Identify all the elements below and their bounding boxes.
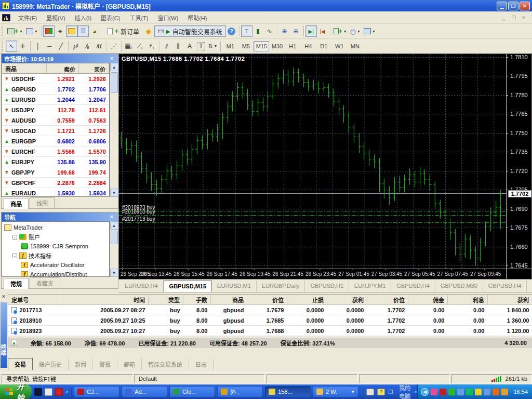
zoom-out-button[interactable]: ⊖ bbox=[290, 25, 302, 37]
tree-item[interactable]: fAccelerator Oscillator bbox=[2, 260, 109, 270]
orders-column-header[interactable]: 利息 bbox=[448, 295, 488, 305]
order-row[interactable]: 20177132005.09.27 08:27buy8.00gbpusd1.76… bbox=[8, 305, 532, 315]
timeframe-button-mn[interactable]: MN bbox=[347, 41, 363, 51]
market-watch-tab-商品[interactable]: 商品 bbox=[4, 198, 29, 209]
quick-launch-icon-2[interactable] bbox=[45, 388, 52, 396]
profiles-button[interactable]: ▼ bbox=[24, 25, 39, 37]
timeframe-button-d1[interactable]: D1 bbox=[316, 41, 331, 51]
market-watch-tab-线图[interactable]: 线图 bbox=[30, 197, 55, 208]
market-watch-row[interactable]: ▼USDJPY112.78112.81 bbox=[2, 105, 109, 115]
mdi-restore-icon[interactable]: ❐ bbox=[510, 15, 518, 20]
terminal-tab-交易[interactable]: 交易 bbox=[8, 358, 33, 370]
order-row[interactable]: 20189232005.09.27 10:27buy8.00gbpusd1.76… bbox=[8, 326, 532, 336]
periods-button[interactable]: ◷▼ bbox=[349, 25, 362, 37]
strategy-tester-button[interactable]: ◕ bbox=[89, 25, 100, 37]
text-button[interactable]: A bbox=[184, 41, 195, 52]
terminal-dock-caption[interactable]: 终端 bbox=[1, 302, 7, 368]
orders-column-header[interactable]: 价位 bbox=[247, 295, 287, 305]
scroll-up-icon[interactable]: ▲ bbox=[110, 221, 118, 230]
market-watch-scrollbar[interactable]: ▲ ▼ bbox=[110, 63, 118, 197]
mdi-close-icon[interactable]: ✕ bbox=[520, 15, 528, 20]
market-watch-row[interactable]: ▼EURCHF1.55661.5570 bbox=[2, 147, 109, 157]
chart-tab-GBPUSD-M30[interactable]: GBPUSD,M30 bbox=[435, 281, 483, 292]
cursor-button[interactable]: ↖ bbox=[6, 41, 17, 52]
tray-collapse-icon[interactable]: ◀ bbox=[421, 388, 429, 396]
chart-system-menu-icon[interactable] bbox=[2, 14, 10, 21]
new-order-button[interactable]: +新订单 bbox=[104, 25, 143, 37]
tray-icon-6[interactable] bbox=[475, 389, 482, 395]
market-watch-close-icon[interactable]: ✕ bbox=[108, 56, 115, 61]
orders-column-header[interactable]: 价位 bbox=[367, 295, 408, 305]
tree-item[interactable]: -账户 bbox=[2, 232, 109, 242]
chart-tab-GBPUSD-M15[interactable]: GBPUSD,M15 bbox=[164, 281, 212, 292]
navigator-caption[interactable]: 导航 ✕ bbox=[2, 212, 118, 221]
orders-column-header[interactable]: 类型 bbox=[149, 295, 183, 305]
tree-item[interactable]: fAccumulation/Distribut bbox=[2, 270, 109, 277]
restore-toolbar-icon[interactable]: ❐ bbox=[388, 389, 393, 395]
scroll-up-icon[interactable]: ▲ bbox=[110, 63, 118, 71]
terminal-tab-账户历史[interactable]: 账户历史 bbox=[33, 358, 69, 370]
tray-icon-4[interactable] bbox=[457, 389, 464, 395]
mdi-minimize-icon[interactable]: ▁ bbox=[500, 15, 508, 20]
candlestick-chart-button[interactable]: ▮ bbox=[252, 25, 264, 37]
crosshair-button[interactable]: ✛ bbox=[17, 41, 29, 52]
cycle-lines-button[interactable]: ⫼ bbox=[172, 41, 184, 52]
fibo-grid-button[interactable]: ▦F bbox=[123, 41, 135, 52]
orders-column-header[interactable]: 获利 bbox=[327, 295, 367, 305]
navigator-tab-收藏夹[interactable]: 收藏夹 bbox=[30, 277, 60, 288]
terminal-tab-新闻[interactable]: 新闻 bbox=[69, 358, 93, 370]
order-row[interactable]: 20189102005.09.27 10:25buy8.00gbpusd1.76… bbox=[8, 315, 532, 326]
orders-column-header[interactable]: 商品 bbox=[211, 295, 247, 305]
chart-tab-EURUSD-M1[interactable]: EURUSD,M1 bbox=[212, 281, 257, 292]
market-watch-row[interactable]: ▲GBPUSD1.77021.7706 bbox=[2, 84, 109, 95]
tree-item[interactable]: -f技术指标 bbox=[2, 251, 109, 260]
tray-icon-9[interactable] bbox=[501, 389, 508, 395]
auto-scroll-button[interactable]: ▶| bbox=[305, 25, 317, 37]
orders-column-header[interactable]: 佣金 bbox=[408, 295, 448, 305]
fibo-fan-button[interactable]: ⋰ bbox=[108, 41, 119, 52]
timeframe-button-h4[interactable]: H4 bbox=[300, 41, 316, 51]
templates-button[interactable]: ▼ bbox=[362, 25, 377, 37]
menu-item[interactable]: 显视(V) bbox=[42, 14, 70, 23]
timeframe-button-m5[interactable]: M5 bbox=[238, 41, 254, 51]
tray-icon-2[interactable] bbox=[440, 389, 446, 395]
market-watch-caption[interactable]: 市场报价: 10:54:19 ✕ bbox=[2, 54, 118, 63]
zoom-in-button[interactable]: ⊕ bbox=[279, 25, 290, 37]
taskbar-button[interactable]: 158... bbox=[265, 386, 311, 397]
chart-tab-GBPUSD-H1[interactable]: GBPUSD,H1 bbox=[305, 281, 349, 292]
navigator-button[interactable] bbox=[66, 25, 77, 37]
toolbar-grip[interactable] bbox=[2, 26, 4, 36]
taskbar-button[interactable]: Glo... bbox=[169, 386, 215, 397]
toolbar-grip[interactable] bbox=[2, 41, 4, 51]
new-chart-button[interactable]: +▼ bbox=[6, 25, 24, 37]
tray-icon-8[interactable] bbox=[493, 389, 499, 395]
chart-tab-EURJPY-M1[interactable]: EURJPY,M1 bbox=[349, 281, 391, 292]
expert-advisors-button[interactable]: 🜲▶自动智能交易系统 bbox=[154, 25, 226, 37]
chart-tab-GBPUSD-H4[interactable]: GBPUSD,H4 bbox=[483, 281, 527, 292]
menu-item[interactable]: 文件(F) bbox=[14, 14, 42, 23]
maximize-button[interactable]: ❐ bbox=[508, 2, 518, 10]
tray-icon-5[interactable] bbox=[466, 389, 473, 395]
tree-item[interactable]: MetaTrader bbox=[2, 223, 109, 232]
chart-tab-EURGBP-Daily[interactable]: EURGBP,Daily bbox=[257, 281, 305, 292]
vertical-line-button[interactable]: │ bbox=[32, 41, 44, 52]
close-button[interactable]: ✕ bbox=[520, 2, 530, 10]
terminal-close-icon[interactable]: ✕ bbox=[0, 293, 7, 300]
bar-chart-button[interactable]: ⌶ bbox=[241, 25, 252, 37]
minimize-button[interactable]: ▁ bbox=[497, 2, 507, 10]
timeframe-button-m30[interactable]: M30 bbox=[269, 41, 285, 51]
data-window-button[interactable]: ⌖ bbox=[55, 25, 66, 37]
taskbar-button[interactable]: Ad... bbox=[122, 386, 167, 397]
tray-icon-7[interactable] bbox=[484, 389, 490, 395]
quick-launch-more-icon[interactable]: » bbox=[65, 389, 68, 394]
quick-launch-icon-1[interactable] bbox=[34, 388, 42, 396]
task-dropdown-icon[interactable]: ▼ bbox=[351, 390, 355, 394]
market-watch-row[interactable]: ▼GBPJPY199.66199.74 bbox=[2, 167, 109, 178]
market-watch-row[interactable]: ▲EURUSD1.20441.2047 bbox=[2, 95, 109, 105]
gann-fan-button[interactable]: ⟋F bbox=[135, 41, 146, 52]
text-label-button[interactable]: T bbox=[195, 41, 207, 52]
timeframe-button-m15[interactable]: M15 bbox=[254, 41, 269, 51]
scroll-down-icon[interactable]: ▼ bbox=[110, 269, 118, 277]
orders-column-header[interactable]: 时间 bbox=[60, 295, 149, 305]
scroll-down-icon[interactable]: ▼ bbox=[110, 189, 118, 197]
